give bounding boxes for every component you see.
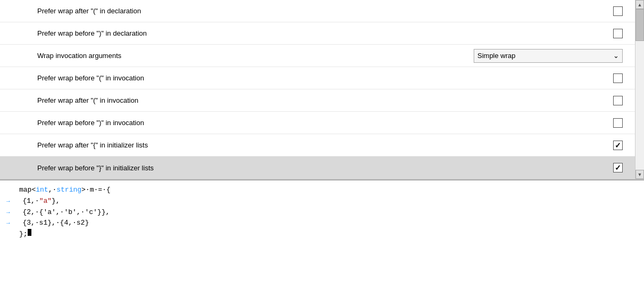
- code-line-4: };: [6, 229, 638, 240]
- code-line-1: → {1,·"a"},: [6, 196, 638, 207]
- settings-row-wrap-invocation-arguments: Wrap invocation argumentsSimple wrap⌄: [0, 45, 644, 67]
- code-cursor: [28, 229, 31, 236]
- scroll-track: [635, 9, 644, 170]
- settings-row-prefer-wrap-before-open-paren-invoc: Prefer wrap before "(" in invocation: [0, 67, 644, 89]
- code-arrow-1: →: [6, 197, 20, 207]
- row-label-prefer-wrap-before-close-brace-init: Prefer wrap before "}" in initializer li…: [37, 164, 613, 172]
- code-part-3-0: {3,·s1},·{4,·s2}: [22, 218, 89, 229]
- row-label-wrap-invocation-arguments: Wrap invocation arguments: [37, 52, 474, 60]
- checkbox-prefer-wrap-before-close-brace-init[interactable]: [613, 163, 623, 172]
- code-part-0-1: int: [36, 185, 48, 196]
- settings-row-prefer-wrap-after-open-brace-init: Prefer wrap after "{" in initializer lis…: [0, 134, 644, 157]
- settings-row-prefer-wrap-before-close-paren-invoc: Prefer wrap before ")" in invocation: [0, 112, 644, 134]
- code-part-1-1: "a": [39, 196, 52, 207]
- scrollbar: ▲ ▼: [635, 0, 644, 179]
- code-part-0-2: ,·: [48, 185, 57, 196]
- row-control-prefer-wrap-after-open-brace-init[interactable]: [613, 141, 623, 150]
- checkbox-prefer-wrap-before-close-paren-decl[interactable]: [613, 29, 623, 38]
- code-part-1-2: },: [52, 196, 60, 207]
- code-part-0-0: map<: [19, 185, 36, 196]
- code-part-1-0: {1,·: [22, 196, 39, 207]
- code-arrow-3: →: [6, 219, 20, 228]
- checkbox-prefer-wrap-before-close-paren-invoc[interactable]: [613, 118, 623, 128]
- settings-row-prefer-wrap-before-close-brace-init: Prefer wrap before "}" in initializer li…: [0, 157, 644, 179]
- row-control-prefer-wrap-before-open-paren-invoc[interactable]: [613, 73, 623, 83]
- checkbox-prefer-wrap-after-open-paren-decl[interactable]: [613, 6, 623, 16]
- row-label-prefer-wrap-before-open-paren-invoc: Prefer wrap before "(" in invocation: [37, 74, 613, 82]
- row-control-wrap-invocation-arguments[interactable]: Simple wrap⌄: [474, 49, 623, 63]
- row-label-prefer-wrap-before-close-paren-invoc: Prefer wrap before ")" in invocation: [37, 119, 613, 127]
- settings-row-prefer-wrap-before-close-paren-decl: Prefer wrap before ")" in declaration: [0, 22, 644, 45]
- code-part-4-0: };: [19, 229, 28, 240]
- code-part-2-0: {2,·{'a',·'b',·'c'}},: [22, 207, 110, 218]
- row-label-prefer-wrap-after-open-brace-init: Prefer wrap after "{" in initializer lis…: [37, 141, 613, 149]
- row-label-prefer-wrap-before-close-paren-decl: Prefer wrap before ")" in declaration: [37, 29, 613, 37]
- code-line-0: map<int,·string>·m·=·{: [6, 185, 638, 196]
- checkbox-prefer-wrap-after-open-brace-init[interactable]: [613, 141, 623, 150]
- row-control-prefer-wrap-after-open-paren-decl[interactable]: [613, 6, 623, 16]
- scroll-up-button[interactable]: ▲: [635, 0, 644, 9]
- row-label-prefer-wrap-after-open-paren-decl: Prefer wrap after "(" in declaration: [37, 7, 613, 15]
- settings-row-prefer-wrap-after-open-paren-decl: Prefer wrap after "(" in declaration: [0, 0, 644, 22]
- dropdown-arrow-wrap-invocation-arguments: ⌄: [613, 52, 619, 60]
- code-preview: map<int,·string>·m·=·{→ {1,·"a"},→ {2,·{…: [0, 179, 644, 296]
- code-arrow-2: →: [6, 208, 20, 218]
- settings-row-prefer-wrap-after-open-paren-invoc: Prefer wrap after "(" in invocation: [0, 89, 644, 112]
- row-control-prefer-wrap-before-close-paren-invoc[interactable]: [613, 118, 623, 128]
- row-control-prefer-wrap-before-close-paren-decl[interactable]: [613, 29, 623, 38]
- settings-panel: Prefer wrap after "(" in declarationPref…: [0, 0, 644, 179]
- checkbox-prefer-wrap-after-open-paren-invoc[interactable]: [613, 96, 623, 105]
- dropdown-value-wrap-invocation-arguments: Simple wrap: [477, 52, 516, 60]
- dropdown-wrap-invocation-arguments[interactable]: Simple wrap⌄: [474, 49, 623, 63]
- row-control-prefer-wrap-before-close-brace-init[interactable]: [613, 163, 623, 172]
- code-line-3: → {3,·s1},·{4,·s2}: [6, 218, 638, 229]
- scroll-down-button[interactable]: ▼: [635, 170, 644, 179]
- checkbox-prefer-wrap-before-open-paren-invoc[interactable]: [613, 73, 623, 83]
- code-part-0-3: string: [56, 185, 81, 196]
- main-container: Prefer wrap after "(" in declarationPref…: [0, 0, 644, 296]
- code-part-0-4: >·m·=·{: [81, 185, 111, 196]
- row-control-prefer-wrap-after-open-paren-invoc[interactable]: [613, 96, 623, 105]
- settings-content: Prefer wrap after "(" in declarationPref…: [0, 0, 644, 179]
- code-line-2: → {2,·{'a',·'b',·'c'}},: [6, 207, 638, 218]
- scroll-thumb[interactable]: [635, 9, 644, 41]
- row-label-prefer-wrap-after-open-paren-invoc: Prefer wrap after "(" in invocation: [37, 96, 613, 104]
